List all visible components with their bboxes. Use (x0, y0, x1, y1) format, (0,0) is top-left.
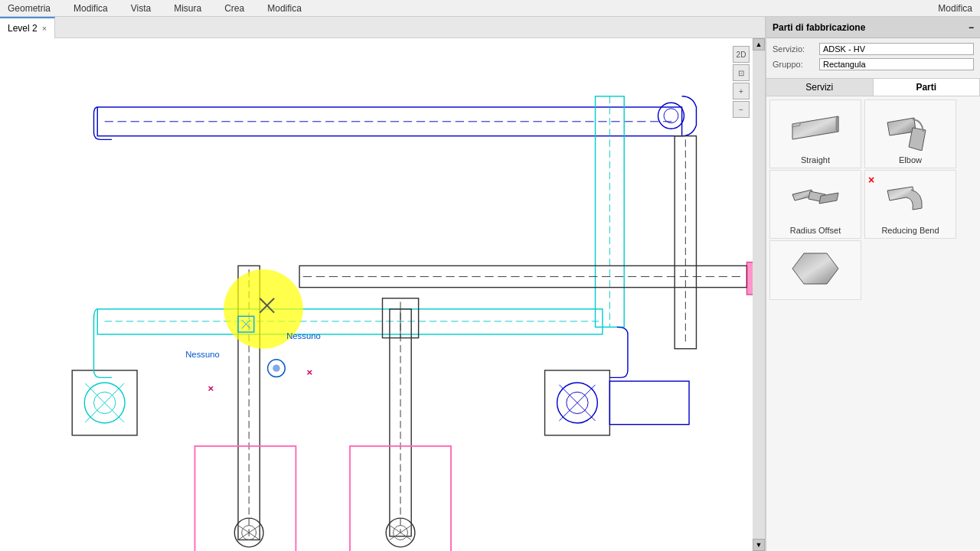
tab-label: Level 2 (8, 23, 38, 34)
svg-text:×: × (307, 367, 313, 378)
reducing-bend-icon (884, 177, 937, 223)
elbow-label: Elbow (899, 155, 922, 165)
minus-icon: − (739, 106, 743, 114)
right-panel: Parti di fabbricazione − Servizio: ADSK … (766, 17, 980, 551)
parts-grid: Straight (766, 96, 980, 551)
svg-rect-24 (609, 381, 689, 425)
menu-misura[interactable]: Misura (174, 3, 201, 14)
svg-marker-54 (836, 116, 838, 132)
gruppo-label: Gruppo: (773, 60, 815, 69)
svg-rect-8 (299, 266, 746, 287)
zoom-2d-icon: 2D (737, 51, 746, 59)
zoom-in-button[interactable]: + (733, 83, 750, 99)
svg-text:Nessuno: Nessuno (286, 331, 321, 341)
gruppo-row: Gruppo: Rectangula (773, 58, 974, 70)
drawing-canvas[interactable]: Nessuno Nessuno × × 2D (0, 38, 765, 551)
svg-point-49 (273, 364, 279, 371)
menu-modifica3[interactable]: Modifica (938, 3, 972, 14)
radius-offset-label: Radius Offset (790, 226, 841, 235)
menu-vista[interactable]: Vista (131, 3, 151, 14)
parts-row-2: Radius Offset × (769, 170, 977, 239)
scroll-up-button[interactable]: ▲ (753, 38, 765, 51)
tab-bar: Level 2 × (0, 17, 765, 38)
gruppo-value: Rectangula (819, 58, 974, 70)
main-layout: Level 2 × (0, 17, 980, 551)
part-elbow[interactable]: Elbow (864, 99, 956, 168)
part-reducing-bend[interactable]: × (864, 170, 956, 239)
servizio-row: Servizio: ADSK - HV (773, 43, 974, 55)
parts-row-3 (769, 240, 977, 300)
canvas-scrollbar[interactable]: ▲ ▼ (753, 38, 765, 551)
panel-controls: Servizio: ADSK - HV Gruppo: Rectangula (766, 38, 980, 79)
svg-marker-61 (792, 253, 838, 284)
reducing-bend-x-badge: × (868, 174, 874, 186)
scroll-down-button[interactable]: ▼ (753, 539, 765, 551)
zoom-2d-button[interactable]: 2D (733, 46, 750, 63)
menu-modifica1[interactable]: Modifica (74, 3, 108, 14)
fit-button[interactable]: ⊡ (733, 64, 750, 81)
canvas-area: Level 2 × (0, 17, 766, 551)
drawing-svg: Nessuno Nessuno × × (0, 38, 765, 551)
fit-icon: ⊡ (738, 69, 744, 77)
straight-label: Straight (801, 155, 830, 165)
tab-parti[interactable]: Parti (874, 79, 981, 96)
svg-marker-52 (792, 116, 838, 139)
menu-modifica2[interactable]: Modifica (267, 3, 302, 14)
elbow-icon (884, 106, 937, 152)
zoom-out-button[interactable]: − (733, 101, 750, 118)
more-1-icon (789, 247, 842, 293)
menu-bar: Geometria Modifica Vista Misura Crea Mod… (0, 0, 980, 17)
servizio-label: Servizio: (773, 44, 815, 54)
part-straight[interactable]: Straight (769, 99, 861, 168)
servizio-value: ADSK - HV (819, 43, 974, 55)
radius-offset-icon (789, 177, 842, 223)
part-more-1[interactable] (769, 240, 861, 300)
part-radius-offset[interactable]: Radius Offset (769, 170, 861, 239)
menu-crea[interactable]: Crea (224, 3, 244, 14)
reducing-bend-label: Reducing Bend (881, 226, 939, 235)
tab-servizi[interactable]: Servizi (766, 79, 874, 96)
straight-icon (789, 106, 842, 152)
plus-icon: + (739, 87, 743, 96)
level2-tab[interactable]: Level 2 × (0, 17, 55, 38)
panel-header: Parti di fabbricazione − (766, 17, 980, 38)
viewport-controls: 2D ⊡ + − (733, 46, 750, 118)
panel-title: Parti di fabbricazione (773, 22, 865, 33)
panel-tabs: Servizi Parti (766, 79, 980, 96)
parts-row-1: Straight (769, 99, 977, 168)
menu-geometria[interactable]: Geometria (8, 3, 51, 14)
svg-text:×: × (207, 383, 214, 394)
svg-point-3 (664, 109, 678, 123)
svg-text:Nessuno: Nessuno (185, 350, 220, 359)
panel-collapse-button[interactable]: − (969, 22, 974, 33)
tab-close-button[interactable]: × (42, 24, 47, 33)
